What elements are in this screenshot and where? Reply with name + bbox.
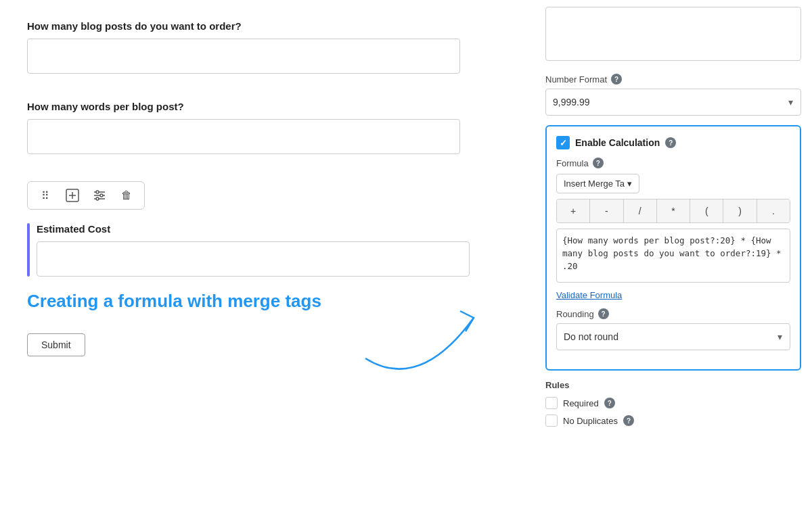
merge-tag-label: Insert Merge Ta xyxy=(564,179,625,189)
operator-minus-button[interactable]: - xyxy=(590,199,623,222)
accent-bar xyxy=(27,223,30,277)
drag-handle-icon[interactable]: ⠿ xyxy=(37,187,53,204)
estimated-cost-label: Estimated Cost xyxy=(37,223,508,235)
required-help-icon[interactable]: ? xyxy=(604,398,615,408)
caption-text: Creating a formula with merge tags xyxy=(27,290,501,313)
number-format-help-icon[interactable]: ? xyxy=(611,74,622,85)
operator-plus-button[interactable]: + xyxy=(557,199,590,222)
required-label: Required xyxy=(563,398,599,408)
question1-input[interactable] xyxy=(27,39,460,74)
question1-label: How many blog posts do you want to order… xyxy=(27,20,508,32)
number-format-select-wrapper: 9,999.99 9999.99 9.999,99 xyxy=(545,89,801,116)
number-format-select[interactable]: 9,999.99 9999.99 9.999,99 xyxy=(545,89,801,116)
formula-help-icon[interactable]: ? xyxy=(593,158,604,168)
field-toolbar: ⠿ 🗑 xyxy=(27,181,145,210)
add-field-icon[interactable] xyxy=(64,187,81,204)
question2-label: How many words per blog post? xyxy=(27,101,508,112)
insert-merge-tag-button[interactable]: Insert Merge Ta ▾ xyxy=(556,174,639,193)
svg-point-8 xyxy=(96,197,99,200)
svg-point-6 xyxy=(96,191,99,193)
operator-dot-button[interactable]: . xyxy=(757,199,790,222)
operator-multiply-button[interactable]: * xyxy=(657,199,690,222)
operator-open-paren-button[interactable]: ( xyxy=(690,199,723,222)
delete-icon[interactable]: 🗑 xyxy=(118,187,135,204)
enable-calc-label: Enable Calculation xyxy=(575,137,660,148)
operator-close-paren-button[interactable]: ) xyxy=(723,199,757,222)
top-description-input[interactable] xyxy=(545,7,801,61)
formula-label: Formula xyxy=(556,158,589,168)
rules-title: Rules xyxy=(545,380,801,390)
merge-tag-chevron-icon: ▾ xyxy=(627,179,632,189)
rounding-select-wrapper: Do not round Round to nearest integer Ro… xyxy=(556,323,790,350)
operators-row: + - / * ( ) . xyxy=(556,199,790,223)
submit-button[interactable]: Submit xyxy=(27,333,85,356)
operator-divide-button[interactable]: / xyxy=(624,199,657,222)
number-format-label: Number Format xyxy=(545,74,607,85)
rounding-help-icon[interactable]: ? xyxy=(598,308,609,319)
enable-calculation-box: Enable Calculation ? Formula ? Insert Me… xyxy=(545,125,801,371)
no-duplicates-checkbox[interactable] xyxy=(545,415,558,427)
rounding-select[interactable]: Do not round Round to nearest integer Ro… xyxy=(556,323,790,350)
required-checkbox[interactable] xyxy=(545,397,558,409)
enable-calc-help-icon[interactable]: ? xyxy=(665,137,676,148)
rules-section: Rules Required ? No Duplicates ? xyxy=(545,380,801,427)
formula-textarea[interactable]: {How many words per blog post?:20} * {Ho… xyxy=(556,229,790,283)
estimated-cost-input[interactable] xyxy=(37,241,470,277)
enable-calc-checkbox[interactable] xyxy=(556,136,570,149)
validate-formula-link[interactable]: Validate Formula xyxy=(556,290,790,300)
settings-icon[interactable] xyxy=(91,187,108,204)
rounding-label: Rounding xyxy=(556,309,594,319)
svg-point-7 xyxy=(100,194,103,197)
no-duplicates-help-icon[interactable]: ? xyxy=(623,415,634,426)
no-duplicates-label: No Duplicates xyxy=(563,416,618,426)
question2-input[interactable] xyxy=(27,119,460,154)
